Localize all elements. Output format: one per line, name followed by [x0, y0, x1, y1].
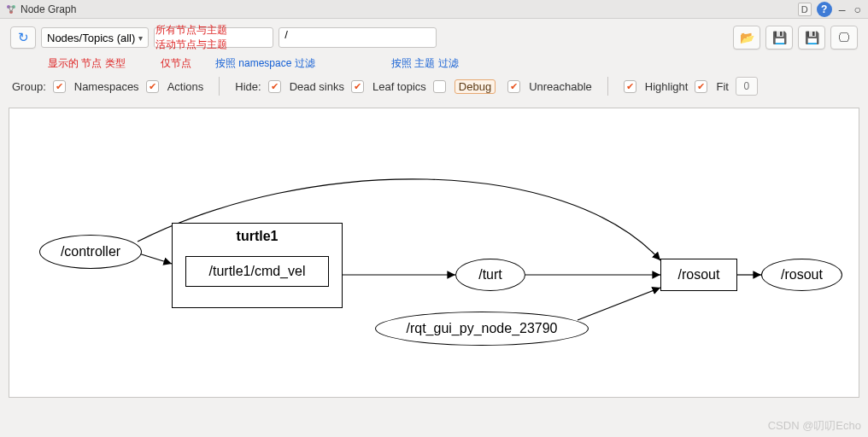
combo-label: Nodes/Topics (all) — [47, 32, 135, 44]
hide-label: Hide: — [235, 80, 261, 93]
node-rqt-gui[interactable]: /rqt_gui_py_node_23790 — [375, 312, 589, 346]
leaf-topics-label: Leaf topics — [372, 80, 426, 93]
node-rosout-ellipse[interactable]: /rosout — [761, 259, 842, 291]
screenshot-button[interactable]: 🖵 — [830, 26, 858, 50]
namespaces-label: Namespaces — [74, 80, 139, 93]
zoom-level-box[interactable]: 0 — [736, 77, 758, 96]
toolbar-options: Group: Namespaces Actions Hide: Dead sin… — [0, 68, 868, 101]
titlebar: Node Graph D ? – ○ — [0, 0, 868, 19]
monitor-icon: 🖵 — [838, 31, 850, 44]
unreachable-label: Unreachable — [529, 80, 592, 93]
refresh-icon: ↻ — [18, 30, 29, 45]
refresh-button[interactable]: ↻ — [10, 26, 36, 49]
namespace-filter-input[interactable] — [154, 27, 273, 48]
maximize-button[interactable]: ○ — [853, 3, 863, 16]
leaf-topics-checkbox[interactable] — [351, 80, 364, 93]
highlight-label: Highlight — [645, 80, 689, 93]
fit-checkbox[interactable] — [695, 80, 707, 93]
node-rosout-box[interactable]: /rosout — [660, 259, 737, 291]
fit-label: Fit — [716, 80, 728, 93]
group-turtle1-label: turtle1 — [237, 229, 279, 244]
save-icon: 💾 — [772, 31, 787, 44]
debug-label: Debug — [455, 79, 496, 94]
separator — [219, 77, 220, 96]
toolbar-filters: ↻ Nodes/Topics (all) ▾ / 📂 💾 💾 🖵 显示的 节点 … — [0, 19, 868, 50]
actions-label: Actions — [167, 80, 204, 93]
save-button[interactable]: 💾 — [765, 26, 793, 50]
dead-sinks-checkbox[interactable] — [268, 80, 281, 93]
save-as-icon: 💾 — [805, 31, 819, 44]
group-turtle1[interactable]: turtle1 /turtle1/cmd_vel — [172, 223, 343, 308]
unreachable-checkbox[interactable] — [507, 80, 520, 93]
titlebar-right: D ? – ○ — [798, 2, 863, 17]
dead-sinks-label: Dead sinks — [290, 80, 344, 93]
d-badge-icon[interactable]: D — [798, 3, 812, 16]
node-cmd-vel[interactable]: /turtle1/cmd_vel — [185, 256, 329, 287]
node-controller[interactable]: /controller — [39, 235, 142, 269]
chevron-down-icon: ▾ — [138, 33, 143, 43]
node-topic-mode-select[interactable]: Nodes/Topics (all) ▾ — [41, 27, 149, 48]
minimize-button[interactable]: – — [837, 3, 847, 16]
namespaces-checkbox[interactable] — [53, 80, 66, 93]
debug-checkbox[interactable] — [433, 80, 446, 93]
separator-2 — [607, 77, 608, 96]
app-icon — [5, 3, 17, 15]
help-icon[interactable]: ? — [817, 2, 832, 17]
node-turt[interactable]: /turt — [455, 259, 525, 291]
highlight-checkbox[interactable] — [624, 80, 636, 93]
watermark: CSDN @叨叨Echo — [768, 418, 861, 434]
actions-checkbox[interactable] — [146, 80, 159, 93]
topic-filter-input[interactable]: / — [279, 27, 437, 48]
svg-line-9 — [578, 288, 660, 320]
open-button[interactable]: 📂 — [733, 26, 760, 50]
group-label: Group: — [12, 80, 46, 93]
save-as-button[interactable]: 💾 — [798, 26, 825, 50]
toolbar-file-actions: 📂 💾 💾 🖵 — [733, 26, 858, 50]
graph-canvas[interactable]: /controller turtle1 /turtle1/cmd_vel /tu… — [9, 108, 859, 398]
folder-open-icon: 📂 — [740, 31, 754, 44]
window-title: Node Graph — [21, 3, 798, 15]
